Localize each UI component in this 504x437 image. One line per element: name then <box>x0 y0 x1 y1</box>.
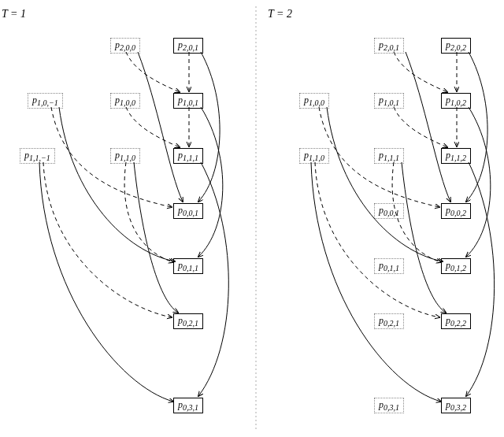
edges-svg <box>0 0 504 437</box>
